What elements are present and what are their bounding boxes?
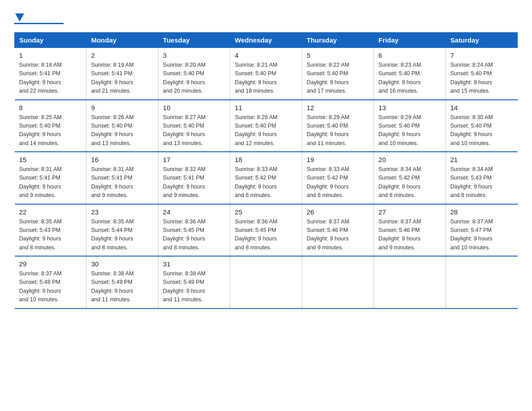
calendar-cell — [230, 256, 302, 308]
day-number: 14 — [450, 104, 513, 111]
day-info: Sunrise: 8:37 AM Sunset: 5:47 PM Dayligh… — [450, 218, 513, 253]
day-number: 25 — [235, 208, 297, 216]
calendar-header-row: SundayMondayTuesdayWednesdayThursdayFrid… — [15, 33, 518, 48]
day-info: Sunrise: 8:37 AM Sunset: 5:48 PM Dayligh… — [19, 270, 82, 304]
day-number: 8 — [19, 104, 82, 111]
calendar-cell: 20 Sunrise: 8:34 AM Sunset: 5:42 PM Dayl… — [374, 152, 446, 204]
day-info: Sunrise: 8:37 AM Sunset: 5:46 PM Dayligh… — [378, 218, 441, 253]
day-number: 12 — [307, 104, 369, 111]
header-wednesday: Wednesday — [230, 33, 302, 48]
calendar-cell: 16 Sunrise: 8:31 AM Sunset: 5:41 PM Dayl… — [86, 152, 158, 204]
day-number: 13 — [378, 104, 441, 111]
calendar-cell: 9 Sunrise: 8:26 AM Sunset: 5:40 PM Dayli… — [86, 100, 158, 152]
day-info: Sunrise: 8:36 AM Sunset: 5:45 PM Dayligh… — [163, 218, 225, 253]
day-info: Sunrise: 8:36 AM Sunset: 5:45 PM Dayligh… — [235, 218, 297, 253]
calendar-cell: 31 Sunrise: 8:38 AM Sunset: 5:49 PM Dayl… — [158, 256, 230, 308]
day-info: Sunrise: 8:30 AM Sunset: 5:40 PM Dayligh… — [450, 113, 513, 148]
day-number: 17 — [163, 156, 225, 163]
logo-underline — [14, 23, 64, 24]
day-number: 1 — [19, 51, 82, 59]
calendar-cell: 2 Sunrise: 8:19 AM Sunset: 5:41 PM Dayli… — [86, 48, 158, 100]
day-number: 11 — [235, 104, 297, 111]
day-number: 6 — [378, 51, 441, 59]
calendar-week-row: 29 Sunrise: 8:37 AM Sunset: 5:48 PM Dayl… — [15, 256, 518, 308]
day-number: 22 — [19, 208, 82, 216]
day-number: 10 — [163, 104, 225, 111]
day-number: 26 — [307, 208, 369, 216]
calendar-cell: 26 Sunrise: 8:37 AM Sunset: 5:46 PM Dayl… — [302, 204, 373, 257]
day-number: 24 — [163, 208, 225, 216]
day-info: Sunrise: 8:22 AM Sunset: 5:40 PM Dayligh… — [307, 61, 369, 96]
day-number: 9 — [91, 104, 153, 111]
day-info: Sunrise: 8:37 AM Sunset: 5:46 PM Dayligh… — [307, 218, 369, 253]
day-info: Sunrise: 8:26 AM Sunset: 5:40 PM Dayligh… — [91, 113, 153, 148]
calendar-cell — [374, 256, 446, 308]
day-info: Sunrise: 8:20 AM Sunset: 5:40 PM Dayligh… — [163, 61, 225, 96]
logo — [14, 11, 64, 24]
calendar-cell: 27 Sunrise: 8:37 AM Sunset: 5:46 PM Dayl… — [374, 204, 446, 257]
calendar-cell: 14 Sunrise: 8:30 AM Sunset: 5:40 PM Dayl… — [446, 100, 517, 152]
calendar-cell: 19 Sunrise: 8:33 AM Sunset: 5:42 PM Dayl… — [302, 152, 373, 204]
calendar-cell — [446, 256, 517, 308]
day-number: 5 — [307, 51, 369, 59]
page-header — [14, 11, 518, 24]
day-number: 15 — [19, 156, 82, 163]
calendar-week-row: 22 Sunrise: 8:35 AM Sunset: 5:43 PM Dayl… — [15, 204, 518, 257]
day-info: Sunrise: 8:33 AM Sunset: 5:42 PM Dayligh… — [235, 165, 297, 200]
calendar-cell: 12 Sunrise: 8:29 AM Sunset: 5:40 PM Dayl… — [302, 100, 373, 152]
day-info: Sunrise: 8:29 AM Sunset: 5:40 PM Dayligh… — [378, 113, 441, 148]
day-number: 18 — [235, 156, 297, 163]
day-number: 23 — [91, 208, 153, 216]
calendar-cell: 29 Sunrise: 8:37 AM Sunset: 5:48 PM Dayl… — [15, 256, 86, 308]
day-number: 30 — [91, 260, 153, 268]
header-sunday: Sunday — [15, 33, 86, 48]
day-number: 2 — [91, 51, 153, 59]
calendar-cell: 15 Sunrise: 8:31 AM Sunset: 5:41 PM Dayl… — [15, 152, 86, 204]
logo-triangle-icon — [15, 13, 24, 21]
calendar-table: SundayMondayTuesdayWednesdayThursdayFrid… — [14, 32, 518, 309]
calendar-cell: 28 Sunrise: 8:37 AM Sunset: 5:47 PM Dayl… — [446, 204, 517, 257]
day-info: Sunrise: 8:35 AM Sunset: 5:44 PM Dayligh… — [91, 218, 153, 253]
header-saturday: Saturday — [446, 33, 517, 48]
day-number: 3 — [163, 51, 225, 59]
day-number: 28 — [450, 208, 513, 216]
calendar-week-row: 1 Sunrise: 8:18 AM Sunset: 5:41 PM Dayli… — [15, 48, 518, 100]
day-number: 31 — [163, 260, 225, 268]
calendar-cell: 22 Sunrise: 8:35 AM Sunset: 5:43 PM Dayl… — [15, 204, 86, 257]
calendar-cell: 17 Sunrise: 8:32 AM Sunset: 5:41 PM Dayl… — [158, 152, 230, 204]
day-info: Sunrise: 8:38 AM Sunset: 5:49 PM Dayligh… — [163, 270, 225, 304]
day-info: Sunrise: 8:34 AM Sunset: 5:42 PM Dayligh… — [378, 165, 441, 200]
header-thursday: Thursday — [302, 33, 373, 48]
calendar-cell — [302, 256, 373, 308]
day-number: 21 — [450, 156, 513, 163]
calendar-week-row: 15 Sunrise: 8:31 AM Sunset: 5:41 PM Dayl… — [15, 152, 518, 204]
calendar-cell: 7 Sunrise: 8:24 AM Sunset: 5:40 PM Dayli… — [446, 48, 517, 100]
calendar-cell: 21 Sunrise: 8:34 AM Sunset: 5:43 PM Dayl… — [446, 152, 517, 204]
day-number: 7 — [450, 51, 513, 59]
calendar-cell: 8 Sunrise: 8:25 AM Sunset: 5:40 PM Dayli… — [15, 100, 86, 152]
calendar-cell: 18 Sunrise: 8:33 AM Sunset: 5:42 PM Dayl… — [230, 152, 302, 204]
day-info: Sunrise: 8:33 AM Sunset: 5:42 PM Dayligh… — [307, 165, 369, 200]
day-info: Sunrise: 8:34 AM Sunset: 5:43 PM Dayligh… — [450, 165, 513, 200]
day-info: Sunrise: 8:23 AM Sunset: 5:40 PM Dayligh… — [378, 61, 441, 96]
day-info: Sunrise: 8:27 AM Sunset: 5:40 PM Dayligh… — [163, 113, 225, 148]
day-number: 20 — [378, 156, 441, 163]
header-friday: Friday — [374, 33, 446, 48]
calendar-cell: 23 Sunrise: 8:35 AM Sunset: 5:44 PM Dayl… — [86, 204, 158, 257]
calendar-cell: 11 Sunrise: 8:28 AM Sunset: 5:40 PM Dayl… — [230, 100, 302, 152]
day-info: Sunrise: 8:29 AM Sunset: 5:40 PM Dayligh… — [307, 113, 369, 148]
calendar-week-row: 8 Sunrise: 8:25 AM Sunset: 5:40 PM Dayli… — [15, 100, 518, 152]
calendar-cell: 25 Sunrise: 8:36 AM Sunset: 5:45 PM Dayl… — [230, 204, 302, 257]
day-info: Sunrise: 8:18 AM Sunset: 5:41 PM Dayligh… — [19, 61, 82, 96]
day-info: Sunrise: 8:31 AM Sunset: 5:41 PM Dayligh… — [19, 165, 82, 200]
calendar-cell: 24 Sunrise: 8:36 AM Sunset: 5:45 PM Dayl… — [158, 204, 230, 257]
header-tuesday: Tuesday — [158, 33, 230, 48]
day-info: Sunrise: 8:19 AM Sunset: 5:41 PM Dayligh… — [91, 61, 153, 96]
calendar-cell: 4 Sunrise: 8:21 AM Sunset: 5:40 PM Dayli… — [230, 48, 302, 100]
day-info: Sunrise: 8:35 AM Sunset: 5:43 PM Dayligh… — [19, 218, 82, 253]
day-info: Sunrise: 8:24 AM Sunset: 5:40 PM Dayligh… — [450, 61, 513, 96]
day-info: Sunrise: 8:31 AM Sunset: 5:41 PM Dayligh… — [91, 165, 153, 200]
calendar-cell: 6 Sunrise: 8:23 AM Sunset: 5:40 PM Dayli… — [374, 48, 446, 100]
day-info: Sunrise: 8:21 AM Sunset: 5:40 PM Dayligh… — [235, 61, 297, 96]
day-number: 4 — [235, 51, 297, 59]
